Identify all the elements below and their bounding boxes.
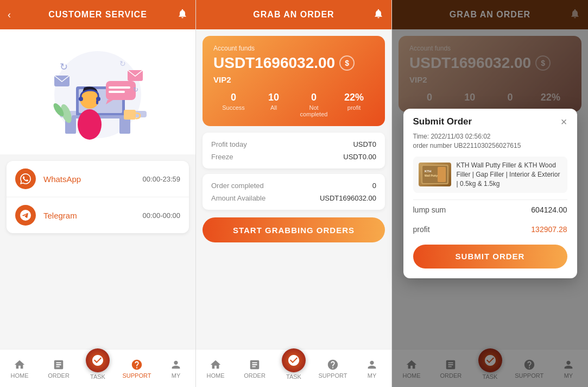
nav2-support-label: SUPPORT: [319, 372, 347, 379]
bell-icon[interactable]: [177, 8, 188, 22]
nav-support[interactable]: SUPPORT: [117, 358, 156, 379]
nav2-my[interactable]: MY: [352, 358, 391, 379]
svg-rect-12: [106, 81, 136, 100]
nav-order-label: ORDER: [48, 372, 69, 379]
svg-rect-14: [109, 91, 125, 93]
nav2-my-label: MY: [368, 372, 377, 379]
order-stats: 0 Success 10 All 0 Notcompleted 22% prof…: [213, 92, 374, 117]
funds-label: Account funds: [213, 45, 374, 52]
amount-available-row: Amount Available USDT1696032.00: [211, 194, 376, 202]
profit-row: profit 132907.28: [403, 220, 577, 239]
cs-header-title: CUSTOMER SERVICE: [48, 10, 147, 20]
cs-bottom-nav: HOME ORDER TASK SUPPORT MY: [0, 349, 195, 387]
order-icon: [52, 358, 65, 371]
svg-point-7: [78, 109, 102, 140]
lump-sum-row: lump sum 604124.00: [403, 200, 577, 220]
my-icon: [169, 358, 182, 371]
panel-grab-order: GRAB AN ORDER Account funds USDT1696032.…: [196, 0, 392, 387]
support-icon: [130, 358, 143, 371]
nav2-support[interactable]: SUPPORT: [313, 358, 352, 379]
home2-icon: [209, 358, 222, 371]
modal-overlay: Submit Order × Time: 2022/11/03 02:56:02…: [392, 0, 588, 387]
modal-product: KTH Wall Putty KTH Wall Putty Filler & K…: [413, 157, 567, 192]
order-funds-card: Account funds USDT1696032.00 $ VIP2 0 Su…: [203, 36, 385, 126]
whatsapp-label: WhatsApp: [43, 174, 143, 184]
task2-icon: [282, 348, 306, 372]
grab-header: GRAB AN ORDER: [196, 0, 391, 29]
stat-profit: 22% profit: [334, 92, 374, 117]
nav-support-label: SUPPORT: [123, 372, 151, 379]
task-icon: [86, 348, 110, 372]
cs-illustration: ↻ ↻ ↻: [0, 29, 195, 154]
support2-icon: [326, 358, 339, 371]
nav2-home-label: HOME: [207, 372, 225, 379]
product-name: KTH Wall Putty Filler & KTH Wood Filler …: [457, 161, 562, 188]
stat-not-completed: 0 Notcompleted: [294, 92, 334, 117]
svg-text:KTH: KTH: [425, 170, 431, 173]
order-completed-row: Order completed 0: [211, 182, 376, 190]
whatsapp-contact[interactable]: WhatsApp 00:00-23:59: [7, 161, 189, 197]
nav2-order-label: ORDER: [244, 372, 265, 379]
order-completed-info: Order completed 0 Amount Available USDT1…: [203, 174, 385, 210]
stat-all: 10 All: [254, 92, 294, 117]
product-image: KTH Wall Putty: [419, 163, 451, 186]
home-icon: [13, 358, 26, 371]
nav-order[interactable]: ORDER: [39, 358, 78, 379]
funds-amount: USDT1696032.00 $: [213, 54, 374, 72]
nav-home-label: HOME: [11, 372, 29, 379]
nav-task-label: TASK: [90, 373, 105, 380]
telegram-label: Telegram: [43, 211, 143, 220]
modal-close-button[interactable]: ×: [561, 116, 567, 127]
dollar-icon: $: [339, 55, 355, 71]
submit-order-button[interactable]: SUBMIT ORDER: [413, 245, 567, 269]
my2-icon: [365, 358, 378, 371]
telegram-contact[interactable]: Telegram 00:00-00:00: [7, 197, 189, 233]
whatsapp-time: 00:00-23:59: [143, 175, 180, 183]
svg-rect-20: [124, 110, 136, 120]
freeze-row: Freeze USDT0.00: [211, 153, 376, 161]
grab-bottom-nav: HOME ORDER TASK SUPPORT MY: [196, 349, 391, 387]
nav2-task[interactable]: TASK: [274, 357, 313, 380]
grab-bell-icon[interactable]: [373, 8, 384, 22]
order-profit-info: Profit today USDT0 Freeze USDT0.00: [203, 133, 385, 168]
modal-header: Submit Order ×: [403, 109, 577, 133]
stat-success: 0 Success: [213, 92, 254, 117]
modal-order-info: Time: 2022/11/03 02:56:02 order number U…: [403, 133, 577, 157]
svg-text:↻: ↻: [60, 61, 68, 72]
start-grabbing-button[interactable]: START GRABBING ORDERS: [203, 217, 385, 242]
telegram-time: 00:00-00:00: [143, 211, 180, 220]
svg-rect-27: [438, 167, 446, 182]
svg-rect-11: [96, 100, 98, 104]
panel-customer-service: ‹ CUSTOMER SERVICE: [0, 0, 196, 387]
panel-submit-order: GRAB AN ORDER Account funds USDT1696032.…: [392, 0, 588, 387]
svg-text:↻: ↻: [133, 86, 138, 93]
telegram-icon: [15, 205, 36, 226]
order2-icon: [248, 358, 261, 371]
nav2-home[interactable]: HOME: [196, 358, 235, 379]
cs-header: ‹ CUSTOMER SERVICE: [0, 0, 195, 29]
nav2-order[interactable]: ORDER: [235, 358, 274, 379]
svg-point-9: [79, 97, 83, 101]
svg-text:↻: ↻: [119, 59, 126, 68]
modal-order-number: order number UB2211030256027615: [413, 142, 567, 149]
vip-label: VIP2: [213, 75, 374, 84]
submit-order-modal: Submit Order × Time: 2022/11/03 02:56:02…: [403, 109, 577, 278]
svg-rect-13: [109, 86, 130, 89]
profit-today-row: Profit today USDT0: [211, 140, 376, 148]
back-button[interactable]: ‹: [8, 9, 11, 21]
whatsapp-icon: [15, 168, 36, 189]
modal-title: Submit Order: [413, 116, 472, 127]
modal-time: Time: 2022/11/03 02:56:02: [413, 133, 567, 140]
svg-text:Wall Putty: Wall Putty: [425, 174, 438, 177]
nav-home[interactable]: HOME: [0, 358, 39, 379]
cs-contacts-list: WhatsApp 00:00-23:59 Telegram 00:00-00:0…: [7, 161, 189, 233]
nav-my-label: MY: [172, 372, 181, 379]
nav2-task-label: TASK: [286, 373, 301, 380]
svg-rect-3: [119, 117, 130, 134]
nav-my[interactable]: MY: [156, 358, 195, 379]
grab-header-title: GRAB AN ORDER: [253, 10, 334, 20]
nav-task[interactable]: TASK: [78, 357, 117, 380]
